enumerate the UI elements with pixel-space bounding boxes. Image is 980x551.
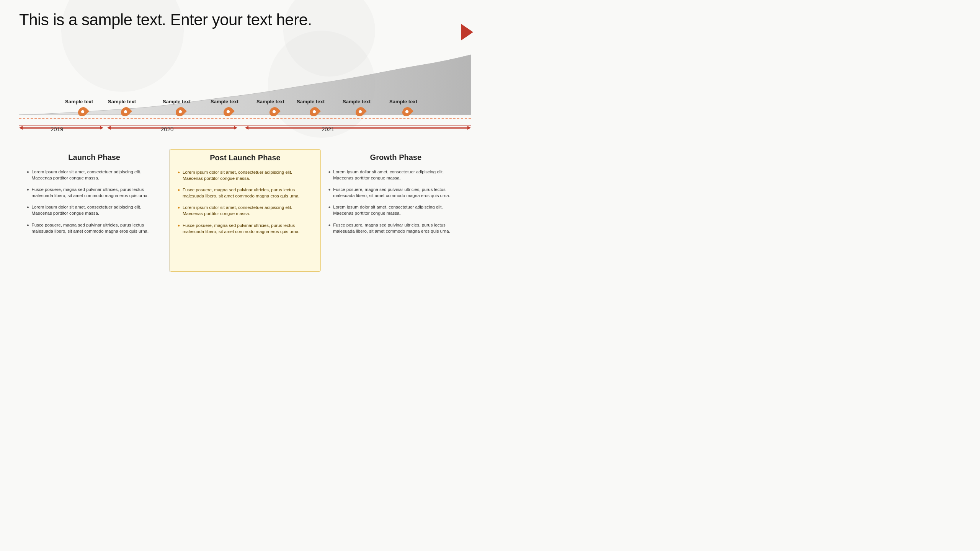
launch-item-1: • Lorem ipsum dolor sit amet, consectetu… <box>27 169 162 181</box>
year-2020-label: 2020 <box>161 126 173 132</box>
pin-1: Sample text <box>78 107 87 117</box>
post-launch-item-1: • Lorem ipsum dolor sit amet, consectetu… <box>178 169 312 181</box>
growth-phase-title: Growth Phase <box>328 149 463 162</box>
phases-area: Launch Phase • Lorem ipsum dolor sit ame… <box>19 149 471 272</box>
launch-phase-title: Launch Phase <box>27 149 162 162</box>
page-title: This is a sample text. Enter your text h… <box>19 11 312 29</box>
flag-icon <box>461 24 473 41</box>
post-launch-item-4: • Fusce posuere, magna sed pulvinar ultr… <box>178 222 312 235</box>
growth-item-4: • Fusce posuere, magna sed pulvinar ultr… <box>328 222 463 234</box>
bullet-icon: • <box>328 222 331 228</box>
growth-item-2: • Fusce posuere, magna sed pulvinar ultr… <box>328 186 463 199</box>
bullet-icon: • <box>328 187 331 193</box>
pin-4: Sample text <box>224 107 232 117</box>
pin-2: Sample text <box>121 107 130 117</box>
bullet-icon: • <box>328 204 331 210</box>
growth-curve <box>19 44 471 117</box>
growth-item-3: • Lorem ipsum dolor sit amet, consectetu… <box>328 204 463 216</box>
pin-7: Sample text <box>356 107 364 117</box>
pin-8: Sample text <box>403 107 411 117</box>
post-launch-phase-title: Post Launch Phase <box>178 150 312 162</box>
post-launch-item-3: • Lorem ipsum dolor sit amet, consectetu… <box>178 204 312 217</box>
bullet-icon: • <box>178 205 180 211</box>
launch-item-4: • Fusce posuere, magna sed pulvinar ultr… <box>27 222 162 234</box>
pin-3: Sample text <box>176 107 185 117</box>
bullet-icon: • <box>27 222 29 228</box>
dashed-line <box>19 118 471 119</box>
pin-6: Sample text <box>310 107 318 117</box>
bullet-icon: • <box>328 169 331 175</box>
bullet-icon: • <box>27 187 29 193</box>
bullet-icon: • <box>178 223 180 229</box>
bullet-icon: • <box>178 170 180 176</box>
timeline-area: 2019 2020 2021 Sample text Sample text S… <box>19 50 471 138</box>
growth-item-1: • Lorem ipsum dollar sit amet, consectet… <box>328 169 463 181</box>
year-2021-section <box>245 126 471 129</box>
launch-phase-col: Launch Phase • Lorem ipsum dolor sit ame… <box>19 149 170 272</box>
post-launch-item-2: • Fusce posuere, magna sed pulvinar ultr… <box>178 187 312 199</box>
bullet-icon: • <box>27 204 29 210</box>
bullet-icon: • <box>178 187 180 193</box>
launch-item-3: • Lorem ipsum dolor sit amet, consectetu… <box>27 204 162 216</box>
pin-5: Sample text <box>270 107 278 117</box>
growth-phase-col: Growth Phase • Lorem ipsum dollar sit am… <box>321 149 471 272</box>
launch-item-2: • Fusce posuere, magna sed pulvinar ultr… <box>27 186 162 199</box>
post-launch-phase-col: Post Launch Phase • Lorem ipsum dolor si… <box>170 149 320 272</box>
bullet-icon: • <box>27 169 29 175</box>
year-2021-label: 2021 <box>322 126 334 132</box>
year-2019-label: 2019 <box>51 126 63 132</box>
